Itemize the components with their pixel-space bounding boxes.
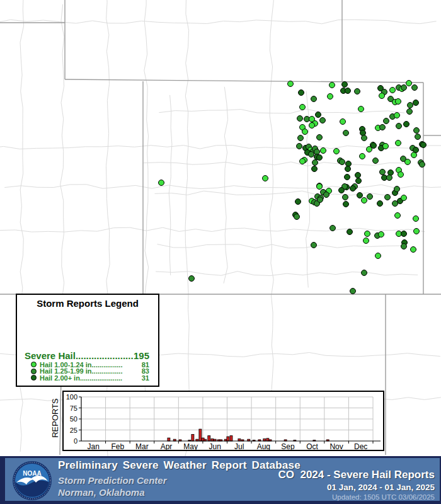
- chart-month-label: Jul: [234, 442, 244, 450]
- hail-report-dot: [404, 122, 410, 127]
- footer-right-block: CO 2024 - Severe Hail Reports 01 Jan, 20…: [278, 469, 435, 501]
- hail-report-dot: [317, 135, 323, 140]
- legend-total-row: Severe Hail...................... 195: [17, 350, 158, 362]
- hail-report-dot: [311, 243, 317, 248]
- hail-report-dot: [375, 253, 381, 259]
- hail-report-dot: [345, 166, 351, 172]
- chart-y-tick-label: 100: [66, 393, 77, 401]
- hail-report-dot: [159, 180, 164, 186]
- hail-report-dot: [414, 128, 420, 134]
- chart-month-label: Feb: [112, 442, 125, 450]
- hail-report-dot: [345, 88, 351, 94]
- chart-month-label: Aug: [257, 442, 270, 450]
- legend-item: Hail 2.00+ in......................31: [17, 375, 158, 382]
- hail-report-dot: [294, 214, 300, 220]
- hail-report-dot: [405, 159, 411, 165]
- hail-report-dot: [328, 94, 333, 100]
- hail-report-dot: [421, 142, 427, 148]
- legend-item-value: 31: [142, 374, 149, 382]
- hail-report-dot: [295, 199, 301, 205]
- legend-rows: Severe Hail...................... 195 Ha…: [17, 350, 158, 382]
- chart-y-tick-label: 0: [74, 437, 77, 445]
- hail-report-dot: [384, 118, 389, 124]
- hail-report-dot: [318, 197, 323, 203]
- footer-banner: NOAA Preliminary Severe Weather Report D…: [0, 456, 441, 504]
- chart-y-tick-label: 75: [70, 404, 77, 412]
- hail-report-dot: [362, 198, 367, 203]
- legend-total-leader: ......................: [76, 350, 134, 361]
- hail-report-dot: [312, 166, 318, 172]
- monthly-report-bar: [199, 429, 202, 441]
- hail-report-dot: [311, 96, 317, 102]
- noaa-logo-wordmark: NOAA: [23, 470, 41, 477]
- monthly-report-bar: [192, 435, 194, 442]
- hail-report-dot: [347, 229, 353, 235]
- chart-month-label: Apr: [161, 442, 173, 450]
- hail-report-dot: [340, 119, 346, 125]
- hail-report-dot: [380, 125, 386, 130]
- hail-report-dot: [340, 159, 345, 165]
- chart-month-label: Jan: [88, 442, 100, 450]
- monthly-report-bar: [266, 438, 269, 441]
- hail-report-dot: [413, 100, 419, 106]
- hail-report-dot: [392, 201, 398, 207]
- hail-report-dot: [401, 195, 407, 201]
- hail-report-dot: [367, 194, 373, 200]
- footer-updated-timestamp: Updated: 1505 UTC 03/06/2025: [278, 493, 435, 501]
- hail-report-dot: [356, 178, 362, 184]
- chart-month-label: Mar: [135, 442, 149, 450]
- hail-report-dot: [401, 231, 407, 237]
- hail-report-dot: [317, 184, 323, 190]
- legend-items: Hail 1.00-1.24 in................81Hail …: [17, 362, 158, 382]
- chart-y-axis-label: REPORTS: [50, 390, 60, 447]
- legend-dot-icon: [31, 362, 37, 367]
- hail-report-dot: [343, 202, 349, 207]
- hail-report-dot: [309, 152, 314, 158]
- chart-month-label: Dec: [354, 442, 367, 450]
- hail-report-dot: [321, 148, 326, 154]
- hail-report-dot: [297, 144, 302, 149]
- hail-report-dot: [358, 106, 364, 112]
- hail-report-dot: [345, 175, 350, 180]
- hail-report-dot: [302, 129, 308, 135]
- hail-report-dot: [385, 195, 391, 200]
- hail-report-dot: [362, 270, 367, 276]
- hail-report-dot: [263, 176, 268, 181]
- hail-report-dot: [407, 109, 413, 115]
- hail-report-dot: [371, 143, 377, 149]
- hail-report-dot: [380, 169, 386, 175]
- footer-database-title: Preliminary Severe Weather Report Databa…: [58, 459, 301, 472]
- hail-report-dot: [411, 247, 416, 253]
- hail-report-dot: [330, 226, 336, 231]
- hail-report-dot: [362, 135, 367, 141]
- footer-report-title: CO 2024 - Severe Hail Reports: [278, 469, 435, 481]
- hail-report-dot: [414, 229, 420, 234]
- noaa-logo: NOAA: [12, 461, 52, 501]
- monthly-report-bar: [227, 437, 229, 441]
- hail-report-dot: [395, 213, 401, 219]
- hail-report-dot: [415, 134, 421, 140]
- footer-left-block: Preliminary Severe Weather Report Databa…: [58, 459, 301, 498]
- map-background: [0, 0, 441, 456]
- chart-month-label: Jun: [209, 442, 221, 450]
- hail-report-dot: [373, 158, 379, 164]
- hail-report-dot: [300, 159, 306, 164]
- hail-report-dot: [317, 155, 323, 161]
- hail-report-dot: [394, 113, 400, 118]
- chart-month-label: Oct: [306, 442, 318, 450]
- footer-organization: Storm Prediction Center: [58, 475, 301, 486]
- hail-report-dot: [343, 130, 349, 136]
- chart-month-label: Sep: [281, 442, 295, 450]
- hail-report-dot: [329, 83, 335, 88]
- hail-report-dot: [398, 172, 404, 178]
- hail-report-dot: [288, 81, 294, 87]
- hail-report-dot: [413, 147, 419, 153]
- legend-total-value: 195: [134, 350, 149, 361]
- hail-report-dot: [316, 112, 321, 118]
- hail-report-dot: [408, 103, 413, 108]
- hail-report-dot: [390, 88, 396, 93]
- hail-report-dot: [401, 85, 407, 91]
- footer-date-range: 01 Jan, 2024 - 01 Jan, 2025: [278, 483, 435, 492]
- hail-report-dot: [298, 135, 304, 141]
- spc-report-page: Storm Reports Legend Severe Hail........…: [0, 0, 441, 504]
